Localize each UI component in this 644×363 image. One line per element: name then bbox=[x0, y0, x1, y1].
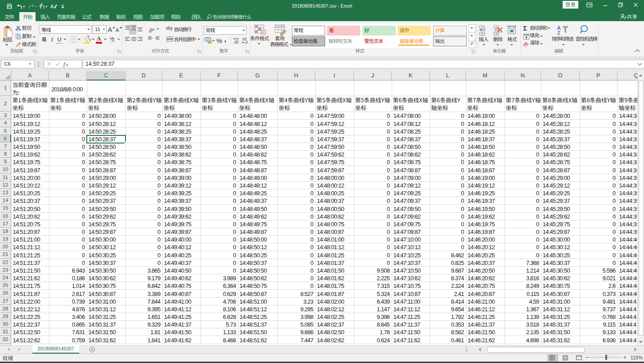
svg-text:.00: .00 bbox=[233, 40, 239, 45]
svg-text:x: x bbox=[66, 63, 68, 67]
svg-text:Z: Z bbox=[557, 30, 560, 36]
svg-text:f: f bbox=[63, 61, 66, 67]
svg-text:.0: .0 bbox=[245, 40, 248, 45]
svg-text:ab: ab bbox=[166, 26, 171, 31]
svg-text:ue: ue bbox=[110, 36, 114, 40]
svg-text:A: A bbox=[50, 4, 54, 9]
